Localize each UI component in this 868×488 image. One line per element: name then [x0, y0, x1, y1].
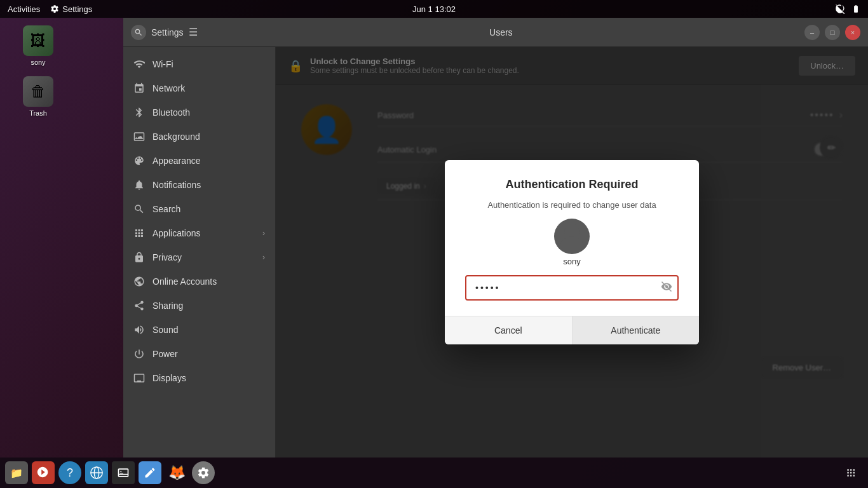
sidebar-item-search[interactable]: Search — [123, 197, 275, 221]
sidebar-item-applications[interactable]: Applications › — [123, 221, 275, 245]
sidebar: Wi-Fi Network Bluetooth — [123, 47, 276, 458]
wifi-icon — [133, 58, 145, 70]
network-sidebar-icon — [133, 83, 145, 94]
bluetooth-icon — [133, 107, 145, 118]
trash-icon: 🗑 — [23, 76, 53, 107]
close-button[interactable]: × — [845, 25, 860, 40]
sidebar-item-sharing-label: Sharing — [153, 301, 183, 311]
modal-body: Authentication Required Authentication i… — [445, 160, 699, 316]
topbar-right — [835, 4, 860, 14]
sidebar-item-sound-label: Sound — [153, 325, 178, 335]
avatar-body — [559, 236, 585, 249]
sony-icon-label: sony — [31, 58, 45, 66]
sidebar-item-displays[interactable]: Displays — [123, 366, 275, 390]
power-icon — [133, 348, 145, 360]
taskbar-terminal-icon[interactable] — [112, 461, 135, 484]
taskbar-editor-icon[interactable] — [139, 461, 161, 484]
sidebar-item-power[interactable]: Power — [123, 342, 275, 366]
modal-avatar — [554, 219, 590, 254]
taskbar-left: 📁 ? 🦊 — [5, 461, 215, 484]
maximize-button[interactable]: □ — [825, 25, 840, 40]
modal-password-field — [465, 275, 679, 301]
sidebar-item-network-label: Network — [153, 83, 185, 93]
sidebar-item-online-accounts[interactable]: Online Accounts — [123, 269, 275, 294]
taskbar-settings-icon[interactable] — [192, 461, 215, 484]
network-icon — [835, 4, 845, 14]
settings-gear-icon — [50, 4, 59, 13]
sidebar-item-displays-label: Displays — [153, 373, 186, 383]
battery-icon — [851, 4, 860, 13]
sidebar-item-network[interactable]: Network — [123, 76, 275, 100]
taskbar-appstore-icon[interactable] — [32, 461, 55, 484]
notifications-icon — [133, 179, 145, 191]
taskbar: 📁 ? 🦊 — [0, 458, 868, 488]
settings-title: Settings — [151, 27, 184, 37]
settings-titlebar: Settings ☰ Users – □ × — [123, 18, 868, 47]
settings-window: Settings ☰ Users – □ × Wi-Fi — [123, 18, 868, 458]
applications-icon — [133, 227, 145, 239]
sidebar-item-wifi[interactable]: Wi-Fi — [123, 52, 275, 76]
sidebar-item-privacy[interactable]: Privacy › — [123, 245, 275, 269]
titlebar-controls: – □ × — [804, 25, 860, 40]
applications-arrow-icon: › — [262, 229, 265, 238]
password-input[interactable] — [465, 275, 679, 301]
trash-icon-label: Trash — [29, 109, 47, 117]
appearance-icon — [133, 155, 145, 166]
privacy-icon — [133, 252, 145, 263]
sidebar-item-bluetooth-label: Bluetooth — [153, 107, 190, 118]
sidebar-item-wifi-label: Wi-Fi — [153, 59, 173, 69]
app-grid-icon[interactable] — [840, 461, 863, 484]
modal-footer: Cancel Authenticate — [445, 316, 699, 344]
sidebar-item-notifications-label: Notifications — [153, 180, 201, 190]
modal-subtitle: Authentication is required to change use… — [487, 200, 656, 210]
topbar-datetime: Jun 1 13:02 — [412, 4, 456, 14]
taskbar-firefox-icon[interactable]: 🦊 — [165, 461, 188, 484]
sidebar-item-privacy-label: Privacy — [153, 252, 182, 262]
settings-body: Wi-Fi Network Bluetooth — [123, 47, 868, 458]
taskbar-help-icon[interactable]: ? — [58, 461, 81, 484]
minimize-button[interactable]: – — [804, 25, 820, 40]
sidebar-item-bluetooth[interactable]: Bluetooth — [123, 100, 275, 125]
sharing-icon — [133, 300, 145, 311]
desktop-icon-trash[interactable]: 🗑 Trash — [13, 76, 64, 117]
sony-icon: 🖼 — [23, 25, 53, 56]
search-button[interactable] — [131, 25, 146, 40]
sidebar-item-search-label: Search — [153, 204, 180, 214]
taskbar-files-icon[interactable]: 📁 — [5, 461, 28, 484]
topbar: Activities Settings Jun 1 13:02 — [0, 0, 868, 18]
sidebar-item-sharing[interactable]: Sharing — [123, 294, 275, 318]
online-accounts-icon — [133, 276, 145, 287]
taskbar-browser-icon[interactable] — [85, 461, 108, 484]
topbar-settings-label[interactable]: Settings — [50, 4, 92, 14]
background-icon — [133, 131, 145, 142]
page-title: Users — [489, 27, 513, 37]
sound-icon — [133, 324, 145, 336]
sidebar-item-online-accounts-label: Online Accounts — [153, 276, 217, 287]
main-content: 🔒 Unlock to Change Settings Some setting… — [276, 47, 868, 458]
taskbar-right — [840, 461, 863, 484]
modal-overlay: Authentication Required Authentication i… — [276, 47, 868, 458]
sidebar-item-background-label: Background — [153, 132, 200, 142]
activities-button[interactable]: Activities — [8, 4, 40, 14]
desktop-icon-sony[interactable]: 🖼 sony — [13, 25, 64, 66]
cancel-button[interactable]: Cancel — [445, 316, 573, 344]
modal-title: Authentication Required — [505, 178, 638, 191]
search-sidebar-icon — [133, 203, 145, 215]
authenticate-button[interactable]: Authenticate — [573, 316, 700, 344]
hamburger-button[interactable]: ☰ — [189, 26, 198, 38]
sidebar-item-sound[interactable]: Sound — [123, 318, 275, 342]
modal-username: sony — [563, 257, 580, 266]
sidebar-item-appearance-label: Appearance — [153, 156, 201, 166]
authentication-dialog: Authentication Required Authentication i… — [445, 160, 699, 344]
displays-icon — [133, 372, 145, 384]
modal-user-container: sony — [554, 219, 590, 266]
sidebar-item-background[interactable]: Background — [123, 125, 275, 149]
sidebar-item-power-label: Power — [153, 349, 178, 359]
sidebar-item-applications-label: Applications — [153, 228, 201, 238]
privacy-arrow-icon: › — [262, 253, 265, 262]
desktop-icons: 🖼 sony 🗑 Trash — [13, 25, 64, 117]
sidebar-item-notifications[interactable]: Notifications — [123, 173, 275, 197]
sidebar-item-appearance[interactable]: Appearance — [123, 149, 275, 173]
eye-icon[interactable] — [661, 281, 672, 295]
